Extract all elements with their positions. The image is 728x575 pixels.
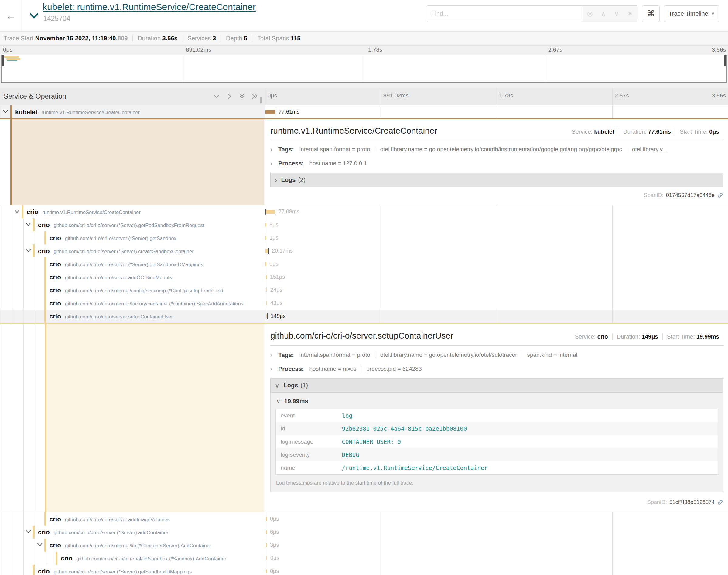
span-name-cell[interactable]: criogithub.com/cri-o/cri-o/internal/lib.… bbox=[0, 539, 265, 552]
span-bar-cell[interactable]: 6μs bbox=[265, 526, 728, 539]
minimap-left-scrubber[interactable] bbox=[2, 55, 4, 66]
log-marker-tick bbox=[275, 109, 275, 115]
indent-guide bbox=[46, 552, 46, 565]
minimap-right-scrubber[interactable] bbox=[724, 55, 726, 66]
span-duration-bar[interactable] bbox=[265, 262, 266, 266]
log-entry-toggle[interactable]: ∨19.99ms bbox=[276, 397, 718, 405]
indent-guide bbox=[1, 552, 1, 565]
span-bar-cell[interactable]: 0μs bbox=[265, 565, 728, 575]
span-expander-icon[interactable] bbox=[25, 248, 31, 253]
logs-accordion[interactable]: › Logs (2) bbox=[270, 173, 723, 187]
span-expander-icon[interactable] bbox=[14, 209, 20, 214]
indent-guide bbox=[1, 105, 1, 119]
span-duration-bar[interactable] bbox=[265, 223, 266, 227]
ruler-tick: 891.02ms bbox=[383, 92, 408, 99]
span-expander-icon[interactable] bbox=[2, 109, 8, 114]
indent-guide bbox=[23, 324, 24, 512]
span-duration-bar[interactable] bbox=[266, 517, 267, 521]
span-expander-icon[interactable] bbox=[25, 222, 31, 227]
tag-item: otel.library.name = go.opentelemetry.io/… bbox=[375, 146, 627, 153]
indent-guide bbox=[23, 270, 24, 283]
span-duration-bar[interactable] bbox=[266, 569, 267, 573]
span-row: criogithub.com/cri-o/cri-o/server.(*Serv… bbox=[0, 565, 728, 575]
span-duration-bar[interactable] bbox=[266, 543, 267, 547]
minimap-canvas[interactable] bbox=[1, 55, 727, 82]
collapse-all-icon[interactable] bbox=[238, 92, 246, 100]
span-bar-cell[interactable]: 151μs bbox=[265, 270, 728, 283]
logs-count: (2) bbox=[298, 176, 305, 183]
chevron-right-icon: › bbox=[270, 160, 275, 167]
span-name-cell[interactable]: criogithub.com/cri-o/cri-o/server.(*Serv… bbox=[0, 565, 265, 575]
collapse-one-icon[interactable] bbox=[212, 92, 221, 100]
span-name-cell[interactable]: crioruntime.v1.RuntimeService/CreateCont… bbox=[0, 205, 265, 218]
span-bar-cell[interactable]: 3μs bbox=[265, 539, 728, 552]
span-duration-bar[interactable] bbox=[266, 556, 267, 560]
service-name: criogithub.com/cri-o/cri-o/internal/fact… bbox=[49, 297, 243, 310]
span-name-cell[interactable]: criogithub.com/cri-o/cri-o/server.addOCI… bbox=[0, 270, 265, 283]
span-bar-cell[interactable]: 43μs bbox=[265, 297, 728, 310]
span-name-cell[interactable]: criogithub.com/cri-o/cri-o/server.addIma… bbox=[0, 512, 265, 526]
span-bar-cell[interactable]: 0μs bbox=[265, 552, 728, 565]
back-button[interactable]: ← bbox=[0, 0, 22, 31]
trace-title-link[interactable]: kubelet: runtime.v1.RuntimeService/Creat… bbox=[42, 2, 256, 12]
span-bar-cell[interactable]: 24μs bbox=[265, 283, 728, 297]
process-row[interactable]: › Process: host.name = 127.0.0.1 bbox=[270, 159, 723, 168]
expand-all-icon[interactable] bbox=[251, 92, 259, 100]
log-marker-tick bbox=[267, 313, 268, 319]
expand-one-icon[interactable] bbox=[225, 92, 233, 100]
focus-match-icon[interactable]: ◎ bbox=[587, 10, 593, 17]
span-name-cell[interactable]: kubeletruntime.v1.RuntimeService/CreateC… bbox=[0, 105, 265, 119]
span-name-cell[interactable]: criogithub.com/cri-o/cri-o/server.(*Serv… bbox=[0, 231, 265, 244]
span-name-cell[interactable]: criogithub.com/cri-o/cri-o/server.(*Serv… bbox=[0, 258, 265, 270]
find-input[interactable] bbox=[427, 5, 583, 22]
span-name-cell[interactable]: criogithub.com/cri-o/cri-o/server.(*Serv… bbox=[0, 218, 265, 231]
indent-guide bbox=[12, 258, 12, 270]
span-name-cell[interactable]: criogithub.com/cri-o/cri-o/internal/lib/… bbox=[0, 552, 265, 565]
span-bar-cell[interactable]: 20.17ms bbox=[265, 244, 728, 258]
span-duration-bar[interactable] bbox=[265, 110, 275, 114]
service-color-bar bbox=[56, 552, 57, 565]
tags-row[interactable]: › Tags: internal.span.format = protootel… bbox=[270, 145, 723, 154]
process-row[interactable]: › Process: host.name = nixosprocess.pid … bbox=[270, 364, 723, 373]
span-expander-icon[interactable] bbox=[37, 543, 43, 547]
log-footnote: Log timestamps are relative to the start… bbox=[276, 480, 718, 486]
trace-view-selector[interactable]: Trace Timeline ∨ bbox=[664, 5, 719, 22]
indent-guide bbox=[23, 283, 24, 297]
span-duration-bar[interactable] bbox=[266, 530, 267, 534]
clear-find-icon[interactable]: ✕ bbox=[627, 10, 633, 17]
timeline-column-header: Service & Operation 0μs 891.02ms 1.78s 2… bbox=[0, 88, 728, 105]
column-resizer-grip[interactable] bbox=[260, 97, 263, 103]
span-name-cell[interactable]: criogithub.com/cri-o/cri-o/server.setupC… bbox=[0, 310, 265, 323]
span-name-cell[interactable]: criogithub.com/cri-o/cri-o/internal/conf… bbox=[0, 283, 265, 297]
trace-header-collapse-button[interactable] bbox=[28, 11, 40, 21]
service-name: criogithub.com/cri-o/cri-o/server.(*Serv… bbox=[38, 526, 168, 539]
span-duration-bar[interactable] bbox=[265, 210, 275, 214]
span-duration-bar[interactable] bbox=[265, 236, 266, 240]
indent-guide bbox=[23, 258, 24, 270]
span-duration-bar[interactable] bbox=[266, 301, 267, 305]
span-bar-cell[interactable]: 77.08ms bbox=[265, 205, 728, 218]
span-bar-cell[interactable]: 77.61ms bbox=[265, 105, 728, 119]
log-fields-table: eventlogid92b82381-025c-4a64-815c-ba2e1b… bbox=[275, 409, 718, 475]
span-bar-cell[interactable]: 0μs bbox=[265, 258, 728, 270]
next-match-icon[interactable]: ∨ bbox=[614, 10, 619, 17]
span-duration-bar[interactable] bbox=[266, 275, 267, 279]
span-duration-bar[interactable] bbox=[265, 249, 268, 253]
log-field-value: DEBUG bbox=[342, 448, 718, 462]
link-icon[interactable] bbox=[717, 499, 723, 505]
span-bar-cell[interactable]: 1μs bbox=[265, 231, 728, 244]
span-bar-cell[interactable]: 8μs bbox=[265, 218, 728, 231]
span-bar-cell[interactable]: 149μs bbox=[265, 310, 728, 323]
operation-name: github.com/cri-o/cri-o/internal/config/s… bbox=[65, 288, 223, 293]
link-icon[interactable] bbox=[717, 192, 723, 199]
log-marker-tick bbox=[265, 209, 266, 215]
span-bar-cell[interactable]: 0μs bbox=[265, 512, 728, 526]
span-name-cell[interactable]: criogithub.com/cri-o/cri-o/server.(*Serv… bbox=[0, 244, 265, 258]
prev-match-icon[interactable]: ∧ bbox=[601, 10, 606, 17]
tags-row[interactable]: › Tags: internal.span.format = protootel… bbox=[270, 350, 723, 360]
span-expander-icon[interactable] bbox=[25, 530, 31, 534]
logs-accordion[interactable]: ∨ Logs (1) bbox=[270, 378, 723, 393]
span-name-cell[interactable]: criogithub.com/cri-o/cri-o/internal/fact… bbox=[0, 297, 265, 310]
span-name-cell[interactable]: criogithub.com/cri-o/cri-o/server.(*Serv… bbox=[0, 526, 265, 539]
keyboard-shortcuts-button[interactable]: ⌘ bbox=[642, 5, 660, 22]
